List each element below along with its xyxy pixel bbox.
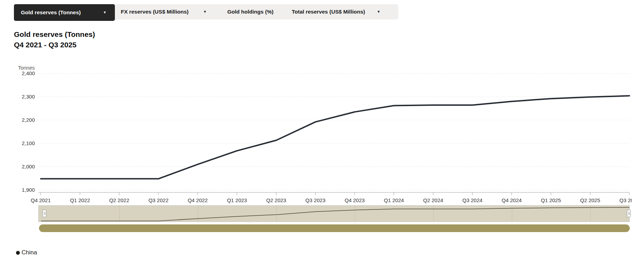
tab-total-reserves[interactable]: Total reserves (US$ Millions) ▼ <box>292 4 380 19</box>
legend-item-china[interactable]: China <box>16 249 37 256</box>
y-axis-unit-label: Tonnes <box>18 65 35 71</box>
y-tick-label: 2,100 <box>22 140 35 146</box>
x-tick-label: Q4 2023 <box>345 197 365 203</box>
x-tick-label: Q2 2022 <box>109 197 129 203</box>
y-tick-label: 2,400 <box>22 70 35 76</box>
x-tick-label: Q2 2024 <box>423 197 443 203</box>
x-tick-label: Q4 2024 <box>502 197 522 203</box>
chevron-down-icon: ▼ <box>203 10 207 14</box>
gold-reserves-widget: FX reserves (US$ Millions) ▼ Gold holdin… <box>0 0 644 262</box>
x-tick-label: Q2 2025 <box>580 197 600 203</box>
tab-gold-reserves-active[interactable]: Gold reserves (Tonnes) ▼ <box>14 4 115 21</box>
chevron-down-icon: ▼ <box>103 11 107 14</box>
x-tick-label: Q3 2024 <box>462 197 482 203</box>
navigator-right-handle[interactable] <box>627 210 631 217</box>
series-marker-icon <box>16 251 20 255</box>
navigator-mini-chart <box>39 206 629 222</box>
x-tick-label: Q1 2024 <box>384 197 404 203</box>
x-tick-label: Q4 2022 <box>188 197 208 203</box>
tab-fx-reserves-label: FX reserves (US$ Millions) <box>121 9 189 15</box>
tab-fx-reserves[interactable]: FX reserves (US$ Millions) ▼ <box>121 4 207 19</box>
tab-gold-reserves-label: Gold reserves (Tonnes) <box>21 9 81 16</box>
y-tick-label: 2,300 <box>22 94 35 100</box>
navigator-series-line <box>41 207 629 221</box>
series-line-china <box>41 96 629 179</box>
x-tick-label: Q2 2023 <box>266 197 286 203</box>
y-tick-label: 2,000 <box>22 164 35 169</box>
chevron-down-icon: ▼ <box>377 10 380 14</box>
horizontal-scrollbar[interactable] <box>39 224 630 232</box>
navigator-left-handle[interactable] <box>42 210 46 217</box>
chart-title-block: Gold reserves (Tonnes) Q4 2021 - Q3 2025 <box>14 29 95 50</box>
chart-subtitle: Q4 2021 - Q3 2025 <box>14 40 95 50</box>
x-tick-label: Q3 2025 <box>619 197 632 203</box>
y-tick-label: 2,200 <box>22 117 35 123</box>
legend-label: China <box>22 249 37 256</box>
chart-title: Gold reserves (Tonnes) <box>14 29 95 40</box>
y-tick-label: 1,900 <box>22 187 35 193</box>
x-tick-label: Q3 2023 <box>305 197 325 203</box>
line-chart-plot-area[interactable]: Tonnes2,4002,3002,2002,1002,0001,900Q4 2… <box>0 52 632 207</box>
x-tick-label: Q1 2023 <box>227 197 247 203</box>
range-navigator[interactable] <box>38 205 630 222</box>
tab-total-reserves-label: Total reserves (US$ Millions) <box>292 9 365 15</box>
x-tick-label: Q3 2022 <box>148 197 168 203</box>
x-tick-label: Q4 2021 <box>31 197 51 203</box>
x-tick-label: Q1 2025 <box>541 197 561 203</box>
x-tick-label: Q1 2022 <box>70 197 90 203</box>
tab-gold-holdings[interactable]: Gold holdings (%) <box>227 4 274 19</box>
tab-gold-holdings-label: Gold holdings (%) <box>227 9 274 15</box>
